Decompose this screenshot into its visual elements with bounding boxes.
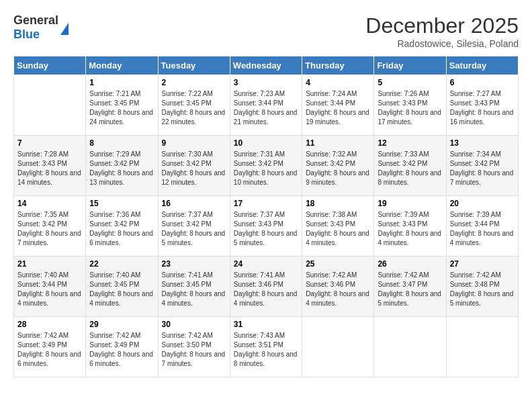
calendar-cell: 30Sunrise: 7:42 AMSunset: 3:50 PMDayligh… bbox=[158, 317, 230, 377]
day-number: 7 bbox=[17, 138, 82, 148]
day-number: 19 bbox=[378, 199, 442, 208]
calendar-cell: 7Sunrise: 7:28 AMSunset: 3:43 PMDaylight… bbox=[14, 136, 86, 196]
day-number: 21 bbox=[17, 259, 82, 269]
day-info: Sunrise: 7:42 AMSunset: 3:46 PMDaylight:… bbox=[306, 271, 370, 308]
calendar-cell: 2Sunrise: 7:22 AMSunset: 3:45 PMDaylight… bbox=[158, 75, 230, 136]
day-info: Sunrise: 7:33 AMSunset: 3:42 PMDaylight:… bbox=[378, 150, 442, 187]
day-number: 13 bbox=[450, 138, 515, 148]
calendar-cell: 22Sunrise: 7:40 AMSunset: 3:45 PMDayligh… bbox=[86, 257, 158, 317]
location-title: Radostowice, Silesia, Poland bbox=[365, 38, 519, 49]
calendar-cell: 23Sunrise: 7:41 AMSunset: 3:45 PMDayligh… bbox=[158, 257, 230, 317]
day-info: Sunrise: 7:42 AMSunset: 3:49 PMDaylight:… bbox=[17, 331, 82, 369]
day-info: Sunrise: 7:41 AMSunset: 3:45 PMDaylight:… bbox=[162, 271, 226, 308]
day-info: Sunrise: 7:39 AMSunset: 3:43 PMDaylight:… bbox=[378, 210, 442, 248]
day-info: Sunrise: 7:23 AMSunset: 3:44 PMDaylight:… bbox=[234, 89, 298, 127]
day-number: 27 bbox=[450, 259, 515, 269]
day-number: 30 bbox=[162, 320, 226, 329]
day-number: 24 bbox=[234, 259, 298, 269]
logo: General Blue bbox=[13, 13, 69, 42]
day-info: Sunrise: 7:24 AMSunset: 3:44 PMDaylight:… bbox=[306, 89, 370, 127]
day-number: 22 bbox=[89, 259, 154, 269]
calendar-cell bbox=[446, 317, 518, 377]
weekday-header-thursday: Thursday bbox=[302, 56, 374, 75]
day-info: Sunrise: 7:35 AMSunset: 3:42 PMDaylight:… bbox=[17, 210, 82, 248]
day-info: Sunrise: 7:31 AMSunset: 3:42 PMDaylight:… bbox=[234, 150, 298, 187]
logo-icon bbox=[60, 23, 69, 35]
day-number: 16 bbox=[162, 199, 226, 208]
day-info: Sunrise: 7:29 AMSunset: 3:42 PMDaylight:… bbox=[89, 150, 154, 187]
calendar-table: SundayMondayTuesdayWednesdayThursdayFrid… bbox=[13, 56, 519, 377]
month-title: December 2025 bbox=[365, 13, 519, 38]
day-number: 15 bbox=[89, 199, 154, 208]
day-info: Sunrise: 7:42 AMSunset: 3:50 PMDaylight:… bbox=[162, 331, 226, 369]
day-info: Sunrise: 7:27 AMSunset: 3:43 PMDaylight:… bbox=[450, 89, 515, 127]
day-info: Sunrise: 7:32 AMSunset: 3:42 PMDaylight:… bbox=[306, 150, 370, 187]
calendar-cell: 6Sunrise: 7:27 AMSunset: 3:43 PMDaylight… bbox=[446, 75, 518, 136]
day-info: Sunrise: 7:41 AMSunset: 3:46 PMDaylight:… bbox=[234, 271, 298, 308]
calendar-cell: 18Sunrise: 7:38 AMSunset: 3:43 PMDayligh… bbox=[302, 196, 374, 257]
day-info: Sunrise: 7:37 AMSunset: 3:42 PMDaylight:… bbox=[162, 210, 226, 248]
day-info: Sunrise: 7:26 AMSunset: 3:43 PMDaylight:… bbox=[378, 89, 442, 127]
day-info: Sunrise: 7:39 AMSunset: 3:44 PMDaylight:… bbox=[450, 210, 515, 248]
calendar-cell bbox=[302, 317, 374, 377]
calendar-cell: 4Sunrise: 7:24 AMSunset: 3:44 PMDaylight… bbox=[302, 75, 374, 136]
day-number: 26 bbox=[378, 259, 442, 269]
day-info: Sunrise: 7:34 AMSunset: 3:42 PMDaylight:… bbox=[450, 150, 515, 187]
day-number: 12 bbox=[378, 138, 442, 148]
day-number: 11 bbox=[306, 138, 370, 148]
day-number: 17 bbox=[234, 199, 298, 208]
day-info: Sunrise: 7:21 AMSunset: 3:45 PMDaylight:… bbox=[89, 89, 154, 127]
day-info: Sunrise: 7:42 AMSunset: 3:49 PMDaylight:… bbox=[89, 331, 154, 369]
calendar-cell: 5Sunrise: 7:26 AMSunset: 3:43 PMDaylight… bbox=[374, 75, 446, 136]
calendar-cell: 28Sunrise: 7:42 AMSunset: 3:49 PMDayligh… bbox=[14, 317, 86, 377]
calendar-cell: 31Sunrise: 7:43 AMSunset: 3:51 PMDayligh… bbox=[230, 317, 302, 377]
day-number: 8 bbox=[89, 138, 154, 148]
day-number: 18 bbox=[306, 199, 370, 208]
day-info: Sunrise: 7:42 AMSunset: 3:48 PMDaylight:… bbox=[450, 271, 515, 308]
day-info: Sunrise: 7:40 AMSunset: 3:44 PMDaylight:… bbox=[17, 271, 82, 308]
calendar-week-row: 14Sunrise: 7:35 AMSunset: 3:42 PMDayligh… bbox=[14, 196, 519, 257]
calendar-cell: 16Sunrise: 7:37 AMSunset: 3:42 PMDayligh… bbox=[158, 196, 230, 257]
day-number: 4 bbox=[306, 78, 370, 87]
day-info: Sunrise: 7:37 AMSunset: 3:43 PMDaylight:… bbox=[234, 210, 298, 248]
calendar-cell: 19Sunrise: 7:39 AMSunset: 3:43 PMDayligh… bbox=[374, 196, 446, 257]
day-number: 31 bbox=[234, 320, 298, 329]
day-number: 9 bbox=[162, 138, 226, 148]
day-info: Sunrise: 7:40 AMSunset: 3:45 PMDaylight:… bbox=[89, 271, 154, 308]
calendar-week-row: 21Sunrise: 7:40 AMSunset: 3:44 PMDayligh… bbox=[14, 257, 519, 317]
calendar-cell: 20Sunrise: 7:39 AMSunset: 3:44 PMDayligh… bbox=[446, 196, 518, 257]
calendar-week-row: 28Sunrise: 7:42 AMSunset: 3:49 PMDayligh… bbox=[14, 317, 519, 377]
weekday-header-monday: Monday bbox=[86, 56, 158, 75]
day-info: Sunrise: 7:36 AMSunset: 3:42 PMDaylight:… bbox=[89, 210, 154, 248]
day-info: Sunrise: 7:42 AMSunset: 3:47 PMDaylight:… bbox=[378, 271, 442, 308]
day-number: 5 bbox=[378, 78, 442, 87]
day-info: Sunrise: 7:38 AMSunset: 3:43 PMDaylight:… bbox=[306, 210, 370, 248]
calendar-cell: 25Sunrise: 7:42 AMSunset: 3:46 PMDayligh… bbox=[302, 257, 374, 317]
calendar-cell: 27Sunrise: 7:42 AMSunset: 3:48 PMDayligh… bbox=[446, 257, 518, 317]
calendar-cell: 12Sunrise: 7:33 AMSunset: 3:42 PMDayligh… bbox=[374, 136, 446, 196]
day-info: Sunrise: 7:30 AMSunset: 3:42 PMDaylight:… bbox=[162, 150, 226, 187]
calendar-cell: 8Sunrise: 7:29 AMSunset: 3:42 PMDaylight… bbox=[86, 136, 158, 196]
calendar-cell: 11Sunrise: 7:32 AMSunset: 3:42 PMDayligh… bbox=[302, 136, 374, 196]
day-number: 2 bbox=[162, 78, 226, 87]
weekday-header-row: SundayMondayTuesdayWednesdayThursdayFrid… bbox=[14, 56, 519, 75]
day-number: 10 bbox=[234, 138, 298, 148]
day-number: 20 bbox=[450, 199, 515, 208]
calendar-cell: 24Sunrise: 7:41 AMSunset: 3:46 PMDayligh… bbox=[230, 257, 302, 317]
calendar-cell: 29Sunrise: 7:42 AMSunset: 3:49 PMDayligh… bbox=[86, 317, 158, 377]
day-info: Sunrise: 7:43 AMSunset: 3:51 PMDaylight:… bbox=[234, 331, 298, 369]
weekday-header-sunday: Sunday bbox=[14, 56, 86, 75]
day-number: 1 bbox=[89, 78, 154, 87]
calendar-cell: 10Sunrise: 7:31 AMSunset: 3:42 PMDayligh… bbox=[230, 136, 302, 196]
calendar-cell: 3Sunrise: 7:23 AMSunset: 3:44 PMDaylight… bbox=[230, 75, 302, 136]
day-number: 23 bbox=[162, 259, 226, 269]
page-header: General Blue December 2025 Radostowice, … bbox=[13, 13, 519, 49]
weekday-header-saturday: Saturday bbox=[446, 56, 518, 75]
calendar-cell: 15Sunrise: 7:36 AMSunset: 3:42 PMDayligh… bbox=[86, 196, 158, 257]
day-number: 29 bbox=[89, 320, 154, 329]
title-block: December 2025 Radostowice, Silesia, Pola… bbox=[365, 13, 519, 49]
day-number: 25 bbox=[306, 259, 370, 269]
calendar-cell: 9Sunrise: 7:30 AMSunset: 3:42 PMDaylight… bbox=[158, 136, 230, 196]
calendar-cell bbox=[14, 75, 86, 136]
calendar-cell: 13Sunrise: 7:34 AMSunset: 3:42 PMDayligh… bbox=[446, 136, 518, 196]
